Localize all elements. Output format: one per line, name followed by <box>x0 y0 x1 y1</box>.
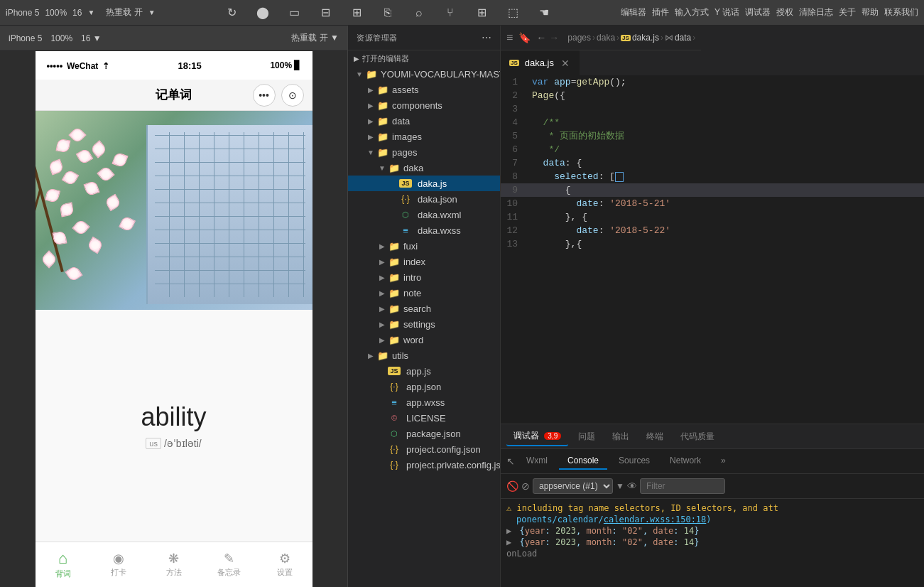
file-app-wxss[interactable]: ≡ app.wxss <box>348 394 500 410</box>
chevron-right-icon: ▶ <box>354 55 359 63</box>
console-link-1[interactable]: calendar.wxss:150:18 <box>604 515 707 524</box>
device-icon[interactable]: ▭ <box>284 3 304 23</box>
debug-tab-quality[interactable]: 代码质量 <box>673 428 722 446</box>
debug-subtab-sources[interactable]: Sources <box>610 453 658 470</box>
console-line-3[interactable]: ▶ {year: 2023, month: "02", date: 14} <box>506 526 918 536</box>
console-filter-icon[interactable]: ⊘ <box>521 480 530 492</box>
breadcrumb-pages[interactable]: pages <box>567 33 591 43</box>
folder-daka[interactable]: ▼ 📁 daka <box>348 160 500 176</box>
hamburger-icon[interactable]: ≡ <box>506 31 513 44</box>
split-icon[interactable]: ⊟ <box>315 3 335 23</box>
toolbar-menu-item-6[interactable]: 授权 <box>776 6 793 18</box>
hotreload-btn[interactable]: 热重载 开 <box>106 6 142 18</box>
breadcrumb-daka[interactable]: daka <box>597 33 615 43</box>
phone-more-button[interactable]: ••• <box>253 84 276 107</box>
toolbar-menu-item-2[interactable]: 插件 <box>652 6 669 18</box>
line-number-9: 9 <box>501 183 529 197</box>
file-app-json[interactable]: {·} app.json <box>348 379 500 394</box>
folder-data[interactable]: ▶ 📁 data <box>348 113 500 129</box>
debug-subtab-console[interactable]: Console <box>559 453 607 470</box>
toolbar-menu-item-5[interactable]: 调试器 <box>745 6 771 18</box>
daka-folder-label: daka <box>403 163 423 173</box>
tab-daka[interactable]: ◉ 打卡 <box>91 542 146 587</box>
phone-hotreload-label[interactable]: 热重载 开 ▼ <box>291 32 339 44</box>
folder-index[interactable]: ▶ 📁 index <box>348 254 500 269</box>
debug-subtab-wxml[interactable]: Wxml <box>518 453 556 470</box>
debug-tab-issues[interactable]: 问题 <box>571 428 602 446</box>
code-line-7: 7 data: { <box>501 156 924 170</box>
folder-pages[interactable]: ▼ 📁 pages <box>348 144 500 160</box>
appservice-eye-icon[interactable]: 👁 <box>627 480 637 492</box>
folder-word[interactable]: ▶ 📁 word <box>348 332 500 348</box>
file-package-json[interactable]: ⬡ package.json <box>348 426 500 441</box>
back-nav-icon[interactable]: ← <box>536 32 546 43</box>
bookmark-icon[interactable]: 🔖 <box>518 32 531 43</box>
device-selector[interactable]: iPhone 5 <box>6 8 39 18</box>
toolbar-menu-item-4[interactable]: Y 说话 <box>714 6 739 18</box>
folder-assets[interactable]: ▶ 📁 assets <box>348 82 500 97</box>
file-project-private[interactable]: {·} project.private.config.js <box>348 457 500 473</box>
toolbar-menu-item-3[interactable]: 输入方式 <box>675 6 709 18</box>
folder-utils[interactable]: ▶ 📁 utils <box>348 348 500 363</box>
folder-note[interactable]: ▶ 📁 note <box>348 285 500 301</box>
debug-icon-pointer[interactable]: ↖ <box>506 456 515 467</box>
tab-settings[interactable]: ⚙ 设置 <box>257 542 312 587</box>
debug-subtab-network[interactable]: Network <box>661 453 710 470</box>
copy-icon[interactable]: ⎘ <box>378 3 398 23</box>
debug-tab-terminal[interactable]: 终端 <box>639 428 670 446</box>
toolbar-menu-item-8[interactable]: 关于 <box>839 6 856 18</box>
appservice-select[interactable]: appservice (#1) <box>533 478 613 494</box>
debug-tab-output[interactable]: 输出 <box>605 428 636 446</box>
hand-icon[interactable]: ☚ <box>534 3 554 23</box>
chevron-down-icon[interactable]: ▼ <box>87 9 94 16</box>
breadcrumb-data[interactable]: data <box>675 33 691 43</box>
console-clear-icon[interactable]: 🚫 <box>506 480 518 492</box>
folder-settings[interactable]: ▶ 📁 settings <box>348 316 500 332</box>
search-icon[interactable]: ⌕ <box>409 3 429 23</box>
tab-notes[interactable]: ✎ 备忘录 <box>202 542 257 587</box>
folder-components[interactable]: ▶ 📁 components <box>348 97 500 113</box>
extensions-icon[interactable]: ⬚ <box>503 3 523 23</box>
toolbar-menu-item-10[interactable]: 联系我们 <box>884 6 918 18</box>
file-app-js[interactable]: JS app.js <box>348 363 500 379</box>
folder-intro[interactable]: ▶ 📁 intro <box>348 269 500 285</box>
debug-tab-debugger[interactable]: 调试器 3,9 <box>506 427 568 446</box>
back-icon: ⌂ <box>58 551 67 566</box>
console-filter-input[interactable] <box>640 478 725 494</box>
layout-icon[interactable]: ⊞ <box>472 3 491 23</box>
folder-images[interactable]: ▶ 📁 images <box>348 129 500 144</box>
tab-close-icon[interactable]: ✕ <box>560 58 571 69</box>
appservice-chevron-icon[interactable]: ▼ <box>616 481 624 491</box>
file-project-config[interactable]: {·} project.config.json <box>348 441 500 457</box>
breadcrumb-filename[interactable]: daka.js <box>632 33 659 43</box>
forward-nav-icon[interactable]: → <box>549 32 559 43</box>
file-license[interactable]: © LICENSE <box>348 410 500 426</box>
editor-content[interactable]: 1 var app=getApp(); 2 Page({ 3 4 /** 5 *… <box>501 75 924 424</box>
file-daka-js[interactable]: JS daka.js <box>348 176 500 191</box>
phone-camera-button[interactable]: ⊙ <box>281 84 304 107</box>
refresh-icon[interactable]: ↻ <box>222 3 241 23</box>
file-daka-wxss[interactable]: ≡ daka.wxss <box>348 222 500 238</box>
phone-device-label: iPhone 5 <box>9 33 42 43</box>
branch-icon[interactable]: ⑂ <box>440 3 460 23</box>
tab-daka-js[interactable]: JS daka.js ✕ <box>501 50 580 75</box>
grid-icon[interactable]: ⊞ <box>347 3 366 23</box>
debug-subtab-more[interactable]: » <box>712 453 734 470</box>
new-file-icon[interactable]: ⋯ <box>482 32 492 43</box>
tab-method[interactable]: ❋ 方法 <box>146 542 202 587</box>
toolbar-menu-item-9[interactable]: 帮助 <box>862 6 879 18</box>
tab-back[interactable]: ⌂ 背词 <box>36 542 91 587</box>
toolbar-menu-item-7[interactable]: 清除日志 <box>799 6 833 18</box>
project-root[interactable]: ▼ 📁 YOUMI-VOCABULARY-MASTER <box>348 66 500 82</box>
toolbar-menu-item-1[interactable]: 编辑器 <box>621 6 646 18</box>
stop-icon[interactable]: ⬤ <box>253 3 273 23</box>
file-daka-wxml[interactable]: ⬡ daka.wxml <box>348 207 500 222</box>
wxml-file-icon: ⬡ <box>399 210 412 220</box>
folder-fuxi[interactable]: ▶ 📁 fuxi <box>348 238 500 254</box>
folder-search[interactable]: ▶ 📁 search <box>348 301 500 316</box>
chevron-down-icon-2[interactable]: ▼ <box>148 9 156 16</box>
file-daka-json[interactable]: {·} daka.json <box>348 191 500 207</box>
hero-flowers <box>36 111 188 310</box>
console-line-4[interactable]: ▶ {year: 2023, month: "02", date: 14} <box>506 537 918 547</box>
open-editors-header[interactable]: ▶ 打开的编辑器 <box>348 50 500 66</box>
